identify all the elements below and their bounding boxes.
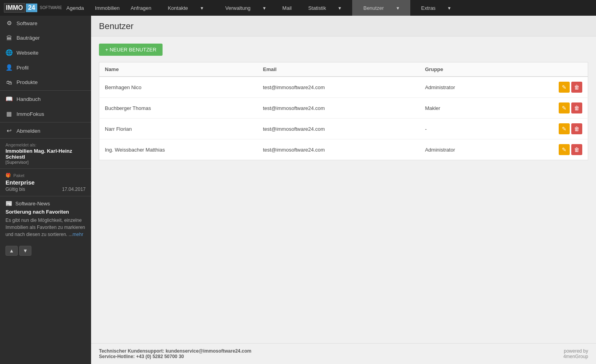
nav-item-immobilien[interactable]: Immobilien xyxy=(90,0,125,16)
sidebar-item-label: Produkte xyxy=(16,79,38,85)
sidebar-item-immofokus[interactable]: ▦ ImmoFokus xyxy=(0,106,91,121)
nav-item-kontakte[interactable]: Kontakte▾ xyxy=(157,0,214,16)
nav-item-verwaltung[interactable]: Verwaltung▾ xyxy=(214,0,277,16)
cell-email: test@immosoftware24.com xyxy=(258,119,420,139)
delete-button[interactable]: 🗑 xyxy=(571,82,582,93)
sidebar-nav: ⚙ Software 🏛 Bauträger 🌐 Webseite 👤 Prof… xyxy=(0,16,91,139)
sidebar-item-webseite[interactable]: 🌐 Webseite xyxy=(0,45,91,60)
news-headline: Sortierung nach Favoriten xyxy=(5,209,86,215)
logo-immo: IMMO xyxy=(4,3,25,13)
new-user-button[interactable]: + NEUER BENUTZER xyxy=(99,44,163,56)
sidebar-paket: 🎁 Paket Enterprise Gültig bis 17.04.2017 xyxy=(0,168,91,196)
sidebar-item-abmelden[interactable]: ↩ Abmelden xyxy=(0,123,91,138)
sidebar-item-label: ImmoFokus xyxy=(16,111,44,117)
paket-info: Gültig bis 17.04.2017 xyxy=(5,187,86,192)
col-header-email: Email xyxy=(258,62,420,77)
sidebar-item-produkte[interactable]: 🛍 Produkte xyxy=(0,75,91,90)
cell-gruppe: - xyxy=(419,119,510,139)
nav-link-benutzer[interactable]: Benutzer▾ xyxy=(352,0,410,16)
nav-link-immobilien[interactable]: Immobilien xyxy=(90,0,125,16)
logo[interactable]: IMMO 24 SOFTWARE xyxy=(0,0,61,16)
nav-link-mail[interactable]: Mail xyxy=(277,0,297,16)
nav-link-anfragen[interactable]: Anfragen xyxy=(125,0,157,16)
sidebar-item-label: Abmelden xyxy=(16,128,40,134)
cell-gruppe: Administrator xyxy=(419,77,510,98)
delete-button[interactable]: 🗑 xyxy=(571,102,582,113)
sidebar-item-label: Webseite xyxy=(16,50,38,56)
cell-actions: ✎ 🗑 xyxy=(511,119,588,139)
news-label: Software-News xyxy=(15,201,50,207)
cell-email: test@immosoftware24.com xyxy=(258,139,420,160)
news-prev-button[interactable]: ▲ xyxy=(5,246,18,256)
paket-icon: 🎁 xyxy=(5,173,11,178)
col-header-gruppe: Gruppe xyxy=(419,62,510,77)
user-role: [Supervisor] xyxy=(5,160,86,165)
nav-link-verwaltung[interactable]: Verwaltung▾ xyxy=(214,0,277,16)
delete-button[interactable]: 🗑 xyxy=(571,123,582,134)
nav-item-extras[interactable]: Extras▾ xyxy=(410,0,462,16)
cell-name: Ing. Weissbacher Matthias xyxy=(99,139,258,160)
col-header-actions xyxy=(511,62,588,77)
page-body: + NEUER BENUTZER Name Email Gruppe Bernh… xyxy=(91,37,596,343)
nav-menu: Agenda Immobilien Anfragen Kontakte▾ Ver… xyxy=(61,0,462,16)
nav-link-statistik[interactable]: Statistik▾ xyxy=(297,0,353,16)
gueltig-bis-label: Gültig bis xyxy=(5,187,25,192)
building-icon: 🏛 xyxy=(5,35,13,41)
paket-name: Enterprise xyxy=(5,179,86,186)
table-row: Ing. Weissbacher Matthias test@immosoftw… xyxy=(99,139,588,160)
nav-item-statistik[interactable]: Statistik▾ xyxy=(297,0,353,16)
company-name: 4menGroup xyxy=(563,354,588,359)
edit-button[interactable]: ✎ xyxy=(559,82,570,93)
logo-sub: SOFTWARE xyxy=(40,6,62,10)
users-table: Name Email Gruppe Bernhagen Nico test@im… xyxy=(99,62,588,160)
page-header: Benutzer xyxy=(91,16,596,37)
news-next-button[interactable]: ▼ xyxy=(19,246,31,256)
nav-link-extras[interactable]: Extras▾ xyxy=(410,0,462,16)
sidebar-item-profil[interactable]: 👤 Profil xyxy=(0,60,91,75)
table-head: Name Email Gruppe xyxy=(99,62,588,77)
action-buttons: ✎ 🗑 xyxy=(516,144,582,155)
page-footer: Technischer Kundensupport: kundenservice… xyxy=(91,343,596,364)
news-more-link[interactable]: mehr xyxy=(73,232,83,237)
sidebar-divider-2 xyxy=(0,122,91,123)
gueltig-bis-date: 17.04.2017 xyxy=(62,187,86,192)
sidebar-news: 📰 Software-News Sortierung nach Favorite… xyxy=(0,196,91,242)
action-buttons: ✎ 🗑 xyxy=(516,123,582,134)
shop-icon: 🛍 xyxy=(5,79,13,86)
delete-button[interactable]: 🗑 xyxy=(571,144,582,155)
hotline-label: Service-Hotline: xyxy=(99,354,135,359)
edit-button[interactable]: ✎ xyxy=(559,123,570,134)
table-row: Bernhagen Nico test@immosoftware24.com A… xyxy=(99,77,588,98)
edit-button[interactable]: ✎ xyxy=(559,144,570,155)
news-icon: 📰 xyxy=(5,200,12,207)
nav-item-agenda[interactable]: Agenda xyxy=(61,0,90,16)
nav-item-mail[interactable]: Mail xyxy=(277,0,297,16)
chevron-down-icon: ▾ xyxy=(258,0,271,16)
news-nav-buttons: ▲ ▼ xyxy=(0,242,91,260)
sidebar-item-bautraeger[interactable]: 🏛 Bauträger xyxy=(0,31,91,45)
cell-actions: ✎ 🗑 xyxy=(511,77,588,98)
sidebar-item-label: Software xyxy=(16,20,37,26)
main-content: Benutzer + NEUER BENUTZER Name Email Gru… xyxy=(91,16,596,364)
sidebar-item-label: Profil xyxy=(16,65,29,71)
nav-item-anfragen[interactable]: Anfragen xyxy=(125,0,157,16)
cell-actions: ✎ 🗑 xyxy=(511,98,588,119)
cell-gruppe: Administrator xyxy=(419,139,510,160)
cell-email: test@immosoftware24.com xyxy=(258,98,420,119)
nav-link-agenda[interactable]: Agenda xyxy=(61,0,90,16)
sidebar-item-label: Handbuch xyxy=(16,96,41,102)
table-row: Buchberger Thomas test@immosoftware24.co… xyxy=(99,98,588,119)
logo-24: 24 xyxy=(26,4,38,12)
cell-name: Bernhagen Nico xyxy=(99,77,258,98)
sidebar-divider xyxy=(0,90,91,91)
sidebar-item-handbuch[interactable]: 📖 Handbuch xyxy=(0,91,91,106)
nav-link-kontakte[interactable]: Kontakte▾ xyxy=(157,0,214,16)
table-body: Bernhagen Nico test@immosoftware24.com A… xyxy=(99,77,588,160)
angemeldet-label: Angemeldet als: xyxy=(5,143,86,147)
edit-button[interactable]: ✎ xyxy=(559,102,570,113)
nav-item-benutzer[interactable]: Benutzer▾ xyxy=(352,0,410,16)
action-buttons: ✎ 🗑 xyxy=(516,102,582,113)
sidebar-item-software[interactable]: ⚙ Software xyxy=(0,16,91,31)
page-title: Benutzer xyxy=(99,21,588,31)
footer-right: powered by 4menGroup xyxy=(563,348,588,359)
